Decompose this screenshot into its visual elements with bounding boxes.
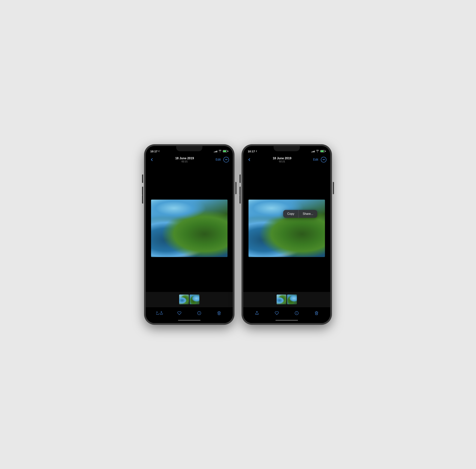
bar1r <box>311 152 312 152</box>
toolbar-right <box>243 307 330 318</box>
nav-actions-right: Edit ••• <box>308 157 326 163</box>
nav-time-left: 02:21 <box>159 160 210 163</box>
time-left: 10:17 ☾ <box>150 150 160 153</box>
more-button-right[interactable]: ••• <box>321 157 326 163</box>
bar3r <box>313 151 314 152</box>
time-text-left: 10:17 <box>150 150 158 153</box>
status-right-right <box>311 150 326 153</box>
nav-title-right: 18 June 2019 02:21 <box>256 156 308 163</box>
nav-title-left: 18 June 2019 02:21 <box>159 156 210 163</box>
back-button-left[interactable] <box>150 157 159 162</box>
context-menu: Copy Share... <box>283 210 317 218</box>
trash-button-right[interactable] <box>313 309 320 317</box>
home-indicator-right <box>243 318 330 323</box>
edit-button-left[interactable]: Edit <box>216 158 221 161</box>
bar3 <box>216 151 216 152</box>
nav-bar-right: 18 June 2019 02:21 Edit ••• <box>243 155 330 165</box>
share-button-left[interactable] <box>156 309 163 317</box>
filmstrip-right <box>243 292 330 307</box>
nav-time-right: 02:21 <box>256 160 308 163</box>
phone-right: 10:17 ☾ <box>242 144 332 325</box>
home-indicator-left <box>146 318 233 323</box>
battery-left <box>223 150 228 152</box>
filmstrip-left <box>146 292 233 307</box>
signal-right <box>311 150 315 152</box>
paragliding-image-left <box>151 200 227 257</box>
wifi-right <box>316 150 319 153</box>
bar2 <box>215 151 215 152</box>
more-dots-left: ••• <box>225 158 227 161</box>
photo-area-right[interactable]: Copy Share... <box>243 165 330 292</box>
thumbnail-2-right[interactable] <box>287 295 297 304</box>
bar4r <box>314 151 315 152</box>
home-bar-right <box>275 320 298 321</box>
home-bar-left <box>178 320 201 321</box>
edit-button-right[interactable]: Edit <box>313 158 318 161</box>
bar1 <box>214 152 214 152</box>
thumbnail-1-right[interactable] <box>277 295 286 304</box>
notch-left <box>176 146 202 151</box>
phone-left: 10:17 ☾ <box>144 144 234 325</box>
more-button-left[interactable]: ••• <box>223 157 229 163</box>
heart-button-left[interactable] <box>175 309 183 317</box>
photo-right[interactable]: Copy Share... <box>249 200 325 257</box>
heart-button-right[interactable] <box>273 309 281 317</box>
copy-button[interactable]: Copy <box>283 210 298 218</box>
info-button-left[interactable] <box>195 309 203 317</box>
thumbnail-1-left[interactable] <box>179 295 189 304</box>
battery-right <box>320 150 326 152</box>
back-button-right[interactable] <box>247 157 256 162</box>
nav-actions-left: Edit ••• <box>210 157 229 163</box>
share-menu-button[interactable]: Share... <box>299 210 317 218</box>
trash-button-left[interactable] <box>215 309 223 317</box>
nav-date-right: 18 June 2019 <box>256 156 308 160</box>
share-button-right[interactable] <box>253 309 261 317</box>
signal-left <box>214 150 217 152</box>
paragliding-image-right <box>249 200 325 257</box>
wifi-left <box>219 150 222 153</box>
photo-left[interactable] <box>151 200 227 257</box>
nav-date-left: 18 June 2019 <box>159 156 210 160</box>
moon-icon-right: ☾ <box>256 150 258 152</box>
more-dots-right: ••• <box>322 158 325 161</box>
bar2r <box>312 151 313 152</box>
time-right: 10:17 ☾ <box>248 150 258 153</box>
photo-area-left[interactable] <box>146 165 233 292</box>
notch-right <box>274 146 300 151</box>
toolbar-left <box>146 307 233 318</box>
info-button-right[interactable] <box>293 309 301 317</box>
bar4 <box>217 151 217 152</box>
moon-icon-left: ☾ <box>158 150 160 152</box>
thumbnail-2-left[interactable] <box>190 295 199 304</box>
nav-bar-left: 18 June 2019 02:21 Edit ••• <box>146 155 233 165</box>
status-right-left <box>214 150 228 153</box>
time-text-right: 10:17 <box>248 150 255 153</box>
